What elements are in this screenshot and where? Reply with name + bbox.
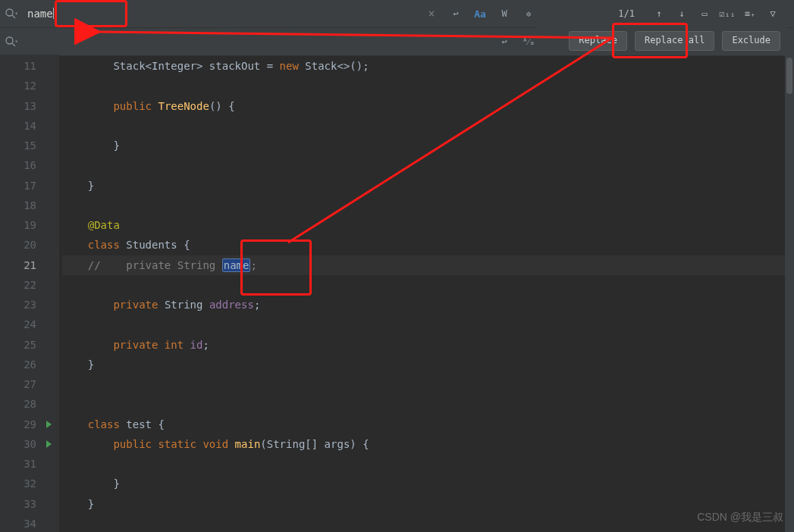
match-counter: 1/1 [618,8,635,19]
match-case-icon[interactable]: Aa [471,5,489,23]
filter-icon[interactable]: ▽ [765,6,780,21]
regex-icon[interactable]: ✲ [519,5,538,23]
add-selection-icon[interactable]: ≡₊ [742,6,758,21]
prev-match-icon[interactable]: ↑ [651,6,667,21]
code-area[interactable]: Stack<Integer> stackOut = new Stack<>();… [59,55,794,532]
multiline-icon[interactable]: ↩ [447,5,465,23]
replace-input[interactable] [23,33,489,51]
replace-button[interactable]: Replace [569,31,627,51]
replace-all-button[interactable]: Replace all [635,31,714,51]
scrollbar[interactable] [785,55,794,532]
preserve-case-icon[interactable]: ↩ [495,33,513,51]
select-all-icon[interactable]: ☑ᵢᵢ [720,6,735,21]
replace-search-icon[interactable]: ▾ [0,36,23,48]
svg-point-2 [6,37,13,44]
search-icon[interactable]: ▾ [0,8,23,20]
next-match-icon[interactable]: ↓ [674,6,689,21]
fa-icon[interactable]: ᴬ⁄ₐ [519,33,538,51]
match-highlight: name [222,258,251,272]
clear-icon[interactable]: × [422,5,441,23]
words-icon[interactable]: W [495,5,513,23]
find-input[interactable]: name [23,5,416,23]
line-gutter: 1112 1314 1516 1718 1920 2122 2324 2526 … [0,55,59,532]
watermark: CSDN @我是三叔 [697,511,783,524]
select-in-icon[interactable]: ▭ [697,6,712,21]
exclude-button[interactable]: Exclude [722,31,780,51]
svg-point-0 [6,9,13,16]
